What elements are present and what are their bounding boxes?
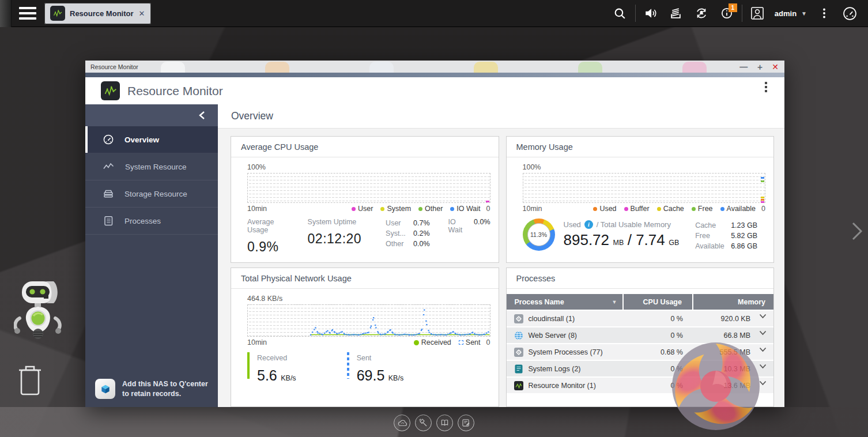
cpu-detail-list: User0.7%Syst...0.2%Other0.0% <box>386 218 430 255</box>
main-content: Overview Average CPU Usage 100% 10min Us… <box>218 104 784 407</box>
sidebar-item-storage-resource[interactable]: Storage Resource <box>85 180 218 208</box>
process-row[interactable]: System Logs (2)0 %10.3 MB <box>507 360 774 376</box>
column-cpu-usage[interactable]: CPU Usage <box>624 294 693 310</box>
sidebar-item-system-resource[interactable]: System Resource <box>85 153 218 180</box>
user-avatar-icon[interactable] <box>745 0 770 27</box>
network-chart-xright: 0 <box>486 338 490 346</box>
cpu-chart-xright: 0 <box>486 205 490 213</box>
gear-app-icon <box>514 348 523 357</box>
processes-panel: Processes Process Name▼ CPU Usage Memory… <box>506 268 775 407</box>
dashboard-gauge-icon[interactable] <box>837 0 862 27</box>
memory-info-icon[interactable]: i <box>584 220 593 229</box>
robot-mascot <box>14 279 62 346</box>
system-uptime: System Uptime 02:12:20 <box>308 218 362 255</box>
sort-caret-icon[interactable]: ▼ <box>612 299 617 305</box>
window-titlebar[interactable]: Resource Monitor — ＋ ✕ <box>85 61 784 73</box>
background-app-icon <box>578 62 602 73</box>
more-options-icon[interactable] <box>812 0 837 27</box>
minimize-button[interactable]: — <box>739 63 748 71</box>
sidebar-item-label: Processes <box>124 217 161 225</box>
window-accent-strip <box>85 73 784 77</box>
network-chart-xleft: 10min <box>247 338 267 346</box>
pulse-icon <box>103 161 115 172</box>
network-chart-ymax: 464.8 KB/s <box>247 295 490 303</box>
tools-icon[interactable] <box>415 415 432 431</box>
process-row[interactable]: Web Server (8)0 %66.8 MB <box>507 326 774 343</box>
sidebar-collapse-button[interactable] <box>85 104 218 126</box>
header-menu-icon[interactable] <box>765 82 767 92</box>
notification-sync-icon[interactable] <box>689 0 714 27</box>
manual-icon[interactable] <box>436 415 453 431</box>
legend-item: Received <box>414 338 451 346</box>
process-memory: 555.5 MB <box>693 348 773 356</box>
sidebar-item-processes[interactable]: Processes <box>85 208 218 235</box>
process-row[interactable]: System Processes (77)0.68 %555.5 MB <box>507 343 774 360</box>
cloud-icon[interactable] <box>394 415 410 431</box>
network-stat-received: Received5.6 KB/s <box>247 352 297 384</box>
taskbar-edge <box>0 0 12 27</box>
chart-data-point <box>761 177 764 179</box>
process-cpu: 0 % <box>624 365 693 373</box>
notes-icon[interactable] <box>458 415 474 431</box>
expand-chevron-icon[interactable] <box>759 312 767 321</box>
legend-item: IO Wait <box>450 205 480 213</box>
memory-percent: 11.3% <box>530 231 547 238</box>
processes-table-header: Process Name▼ CPU Usage Memory <box>507 294 774 310</box>
expand-chevron-icon[interactable] <box>759 363 767 371</box>
column-process-name[interactable]: Process Name▼ <box>507 294 624 310</box>
cpu-chart-xleft: 10min <box>247 205 267 213</box>
background-app-icon <box>265 62 289 73</box>
main-menu-icon[interactable] <box>19 7 36 20</box>
close-button[interactable]: ✕ <box>772 63 779 71</box>
expand-chevron-icon[interactable] <box>759 346 767 354</box>
sidebar-item-overview[interactable]: Overview <box>85 126 218 153</box>
expand-chevron-icon[interactable] <box>759 329 767 337</box>
network-chart <box>247 304 490 337</box>
chart-data-point <box>761 197 764 198</box>
web-server-icon <box>514 331 523 340</box>
qcenter-note-text: Add this NAS to Q'center to retain recor… <box>122 379 213 399</box>
processes-panel-title: Processes <box>507 268 774 289</box>
expand-chevron-icon[interactable] <box>759 379 767 387</box>
sidebar-item-label: Overview <box>124 135 159 144</box>
info-icon[interactable]: 1 <box>714 0 739 27</box>
desktop-dock <box>394 415 474 431</box>
maximize-button[interactable]: ＋ <box>756 63 764 71</box>
tab-close-icon[interactable]: ✕ <box>138 9 146 18</box>
process-name: System Processes (77) <box>529 348 603 356</box>
cpu-chart-legend: UserSystemOtherIO Wait <box>344 205 481 213</box>
process-row[interactable]: Resource Monitor (1)0 %13.6 MB <box>507 376 774 393</box>
memory-detail-list: Cache1.23 GBFree5.82 GBAvailable6.86 GB <box>695 220 757 251</box>
chart-data-point <box>761 201 764 203</box>
qcenter-note[interactable]: Add this NAS to Q'center to retain recor… <box>95 379 213 399</box>
process-cpu: 0.68 % <box>624 348 693 356</box>
legend-item: Available <box>720 205 756 213</box>
cpu-average-usage: Average Usage 0.9% <box>247 218 293 255</box>
background-app-icon <box>161 62 185 73</box>
desktop-next-page-icon[interactable] <box>851 221 863 243</box>
stat-row: Available6.86 GB <box>695 241 757 251</box>
stat-row: User0.7% <box>386 218 430 228</box>
taskbar-tab-resource-monitor[interactable]: Resource Monitor ✕ <box>44 3 151 24</box>
process-memory: 13.6 MB <box>693 382 773 390</box>
background-tasks-icon[interactable] <box>663 0 689 27</box>
gauge-icon <box>103 134 114 145</box>
memory-donut-chart: 11.3% <box>523 218 555 251</box>
cpu-chart-ymax: 100% <box>247 163 490 171</box>
memory-chart <box>523 173 766 203</box>
resource-monitor-app-icon <box>101 81 120 100</box>
memory-chart-xright: 0 <box>761 205 765 213</box>
chart-data-point <box>486 201 489 202</box>
search-icon[interactable] <box>607 0 633 27</box>
process-row[interactable]: cloudinstall (1)0 %920.0 KB <box>507 310 774 326</box>
memory-chart-ymax: 100% <box>523 163 766 171</box>
volume-icon[interactable] <box>638 0 663 27</box>
cpu-panel-title: Average CPU Usage <box>231 137 499 157</box>
column-memory[interactable]: Memory <box>693 294 773 310</box>
recycle-bin-icon[interactable] <box>16 363 44 400</box>
sidebar: OverviewSystem ResourceStorage ResourceP… <box>85 104 218 407</box>
app-header: Resource Monitor <box>85 77 784 104</box>
resource-monitor-icon <box>514 381 523 390</box>
process-cpu: 0 % <box>624 331 693 340</box>
user-menu[interactable]: admin ▼ <box>775 9 807 18</box>
